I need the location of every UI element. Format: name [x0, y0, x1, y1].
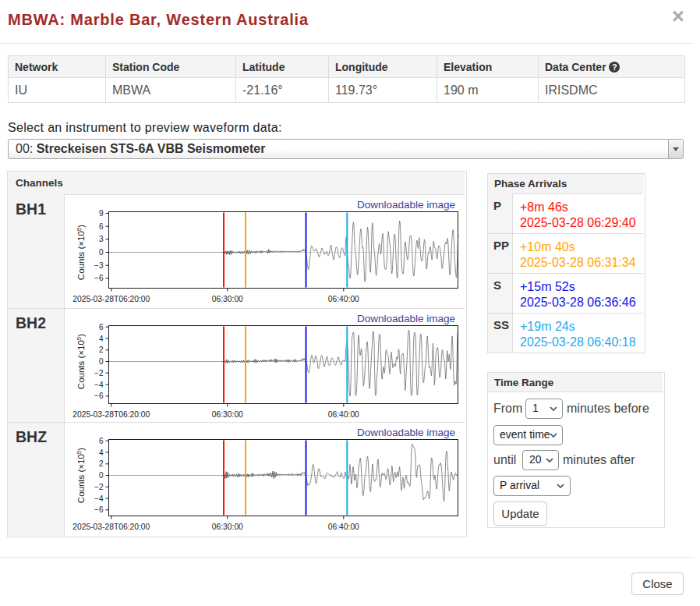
svg-text:−6: −6	[94, 505, 104, 514]
svg-text:−4: −4	[94, 381, 104, 389]
svg-text:2025-03-28T06:20:00: 2025-03-28T06:20:00	[72, 295, 150, 303]
svg-text:6: 6	[99, 437, 104, 445]
svg-text:6: 6	[99, 323, 104, 331]
svg-text:2025-03-28T06:20:00: 2025-03-28T06:20:00	[72, 410, 150, 419]
svg-text:−6: −6	[94, 392, 104, 400]
svg-text:4: 4	[99, 448, 104, 457]
svg-text:06:40:00: 06:40:00	[328, 410, 359, 419]
svg-text:−3: −3	[94, 261, 104, 270]
svg-text:06:30:00: 06:30:00	[212, 410, 243, 419]
svg-text:06:30:00: 06:30:00	[212, 523, 243, 531]
svg-text:Counts (×105): Counts (×105)	[76, 225, 86, 280]
svg-text:−2: −2	[94, 369, 104, 377]
svg-text:Counts (×105): Counts (×105)	[76, 334, 86, 389]
svg-text:−6: −6	[94, 274, 104, 282]
svg-text:9: 9	[99, 209, 104, 218]
svg-text:4: 4	[99, 335, 104, 343]
svg-text:6: 6	[99, 222, 104, 231]
svg-text:06:40:00: 06:40:00	[328, 523, 359, 531]
svg-text:0: 0	[99, 248, 104, 257]
svg-text:−4: −4	[94, 494, 104, 503]
svg-text:2: 2	[99, 346, 104, 354]
svg-text:06:30:00: 06:30:00	[212, 295, 243, 303]
svg-text:0: 0	[99, 471, 104, 480]
svg-text:−2: −2	[94, 483, 104, 491]
svg-text:Counts (×105): Counts (×105)	[76, 448, 86, 503]
svg-text:06:40:00: 06:40:00	[328, 295, 359, 303]
svg-text:2: 2	[99, 459, 104, 468]
svg-text:0: 0	[99, 357, 104, 366]
svg-text:2025-03-28T06:20:00: 2025-03-28T06:20:00	[72, 523, 150, 531]
svg-text:3: 3	[99, 235, 104, 243]
